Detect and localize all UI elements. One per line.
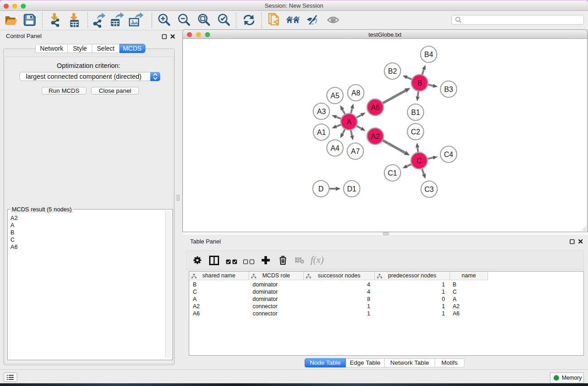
svg-text:A4: A4 — [330, 144, 339, 152]
svg-text:C1: C1 — [388, 169, 397, 177]
svg-text:B: B — [417, 79, 422, 87]
svg-text:B2: B2 — [388, 67, 397, 75]
svg-text:B1: B1 — [411, 109, 420, 116]
svg-text:A5: A5 — [330, 92, 339, 100]
svg-text:B3: B3 — [444, 86, 453, 93]
svg-text:A3: A3 — [317, 108, 326, 115]
svg-text:D: D — [318, 185, 324, 193]
svg-text:A2: A2 — [371, 133, 380, 140]
svg-text:A8: A8 — [351, 89, 360, 97]
svg-text:A: A — [347, 118, 352, 126]
svg-text:A7: A7 — [351, 148, 360, 155]
svg-text:C2: C2 — [411, 128, 421, 136]
svg-text:A6: A6 — [371, 104, 380, 111]
svg-text:D1: D1 — [347, 185, 357, 193]
svg-text:C: C — [416, 157, 422, 165]
svg-text:B4: B4 — [424, 51, 433, 58]
svg-text:C4: C4 — [444, 151, 454, 158]
svg-text:A1: A1 — [317, 129, 326, 136]
svg-text:C3: C3 — [425, 186, 434, 193]
